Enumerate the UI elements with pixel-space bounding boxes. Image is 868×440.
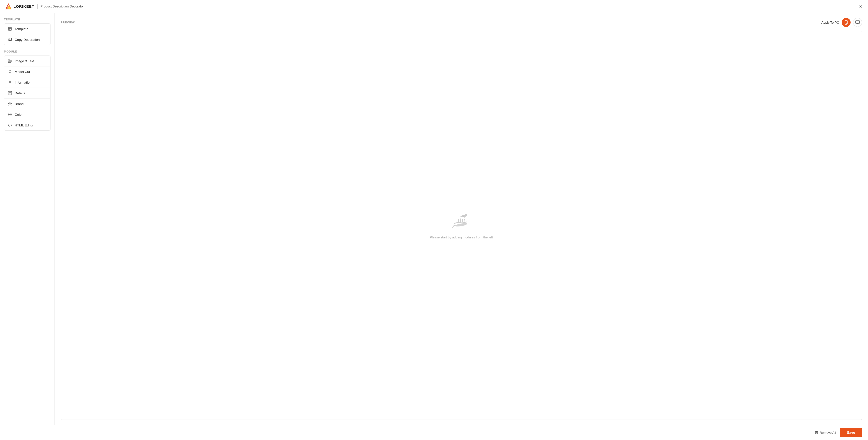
sidebar-item-template-label: Template (15, 27, 28, 31)
svg-line-29 (10, 124, 10, 127)
svg-marker-22 (8, 102, 12, 105)
copy-decoration-icon (8, 37, 12, 42)
preview-header: PREVIEW Apply To PC (61, 18, 862, 27)
sidebar-item-html-editor[interactable]: HTML Editor (4, 120, 50, 130)
information-icon (8, 80, 12, 85)
svg-point-24 (9, 114, 10, 115)
template-menu-group: Template Copy Decoration (4, 23, 51, 45)
main-layout: TEMPLATE Template (0, 13, 868, 425)
empty-state-text: Please start by adding modules from the … (430, 235, 493, 239)
module-menu-group: Image & Text Model Cut (4, 56, 51, 131)
sidebar-item-information-label: Information (15, 81, 32, 84)
mobile-view-button[interactable] (842, 18, 850, 27)
model-cut-icon (8, 69, 12, 74)
header: LORIKEET Product Description Decorator × (0, 0, 868, 13)
footer: Remove All Save (0, 425, 868, 440)
sidebar-item-model-cut[interactable]: Model Cut (4, 66, 50, 77)
template-icon (8, 27, 12, 31)
sidebar-item-copy-decoration-label: Copy Decoration (15, 38, 40, 41)
svg-rect-10 (8, 60, 10, 61)
preview-label: PREVIEW (61, 21, 75, 24)
header-left: LORIKEET Product Description Decorator (5, 3, 84, 10)
sidebar-item-color[interactable]: Color (4, 109, 50, 120)
preview-controls: Apply To PC (822, 18, 862, 27)
desktop-icon (855, 20, 860, 25)
sidebar-item-image-text[interactable]: Image & Text (4, 56, 50, 66)
preview-canvas: Please start by adding modules from the … (61, 31, 862, 420)
sidebar-item-copy-decoration[interactable]: Copy Decoration (4, 34, 50, 45)
sidebar-item-information[interactable]: Information (4, 77, 50, 88)
sidebar: TEMPLATE Template (0, 13, 55, 425)
header-divider (37, 4, 38, 9)
sidebar-item-brand-label: Brand (15, 102, 24, 106)
svg-point-36 (465, 214, 467, 216)
color-icon (8, 112, 12, 117)
preview-area: PREVIEW Apply To PC (55, 13, 868, 425)
logo: LORIKEET (5, 3, 34, 10)
close-button[interactable]: × (858, 3, 863, 10)
module-section-label: MODULE (4, 50, 51, 53)
sidebar-item-template[interactable]: Template (4, 24, 50, 34)
trash-icon (815, 431, 818, 434)
sidebar-item-model-cut-label: Model Cut (15, 70, 30, 74)
svg-rect-32 (856, 21, 860, 23)
save-button[interactable]: Save (840, 428, 862, 437)
remove-all-label: Remove All (820, 431, 836, 435)
svg-rect-4 (8, 27, 11, 30)
mobile-icon (844, 20, 848, 25)
brand-icon (8, 101, 12, 106)
desktop-view-button[interactable] (853, 18, 862, 27)
sidebar-item-image-text-label: Image & Text (15, 59, 34, 63)
image-text-icon (8, 59, 12, 63)
svg-marker-37 (467, 215, 468, 215)
header-subtitle: Product Description Decorator (40, 4, 84, 8)
details-icon (8, 91, 12, 95)
sidebar-item-html-editor-label: HTML Editor (15, 123, 33, 127)
empty-state-illustration (450, 212, 472, 231)
svg-rect-8 (9, 38, 11, 40)
logo-icon (5, 3, 12, 10)
template-section-label: TEMPLATE (4, 18, 51, 21)
sidebar-item-color-label: Color (15, 113, 23, 117)
logo-text: LORIKEET (13, 4, 34, 8)
empty-state: Please start by adding modules from the … (430, 212, 493, 239)
sidebar-item-details-label: Details (15, 91, 25, 95)
html-editor-icon (8, 123, 12, 127)
sidebar-item-details[interactable]: Details (4, 88, 50, 99)
sidebar-item-brand[interactable]: Brand (4, 99, 50, 109)
remove-all-button[interactable]: Remove All (815, 431, 836, 435)
apply-to-pc-button[interactable]: Apply To PC (822, 21, 839, 24)
